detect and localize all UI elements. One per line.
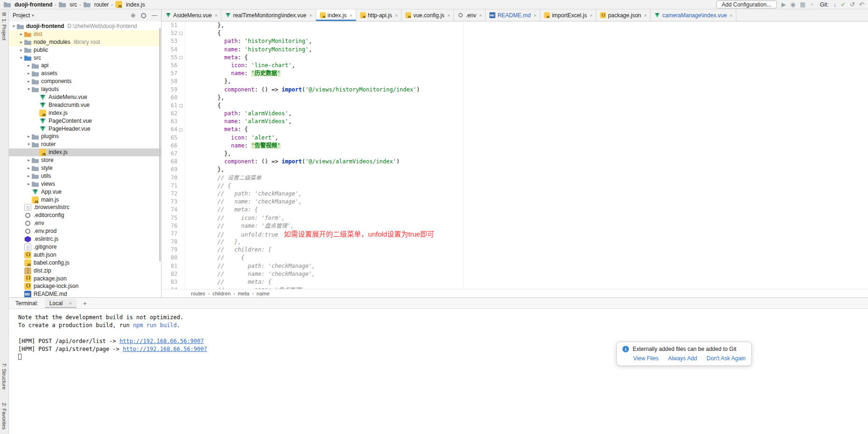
run-icon[interactable]: ▶ <box>782 1 786 7</box>
tab-importexcel-js[interactable]: importExcel.js× <box>540 9 596 21</box>
vcs-history-icon[interactable]: ↺ <box>850 1 855 7</box>
chevron-right-icon[interactable]: ▸ <box>26 133 32 140</box>
fold-marker-icon[interactable] <box>179 32 183 35</box>
code-line[interactable]: 81 // path: 'checkManage', <box>162 262 868 270</box>
tree-item-assets[interactable]: ▸assets <box>9 70 161 77</box>
breadcrumb-item-duoji-frontend[interactable]: duoji-frontend <box>4 1 52 8</box>
gutter-fold-column[interactable] <box>177 77 185 85</box>
fold-marker-icon[interactable] <box>179 128 183 132</box>
chevron-right-icon[interactable]: ▸ <box>26 62 32 70</box>
gutter-fold-column[interactable] <box>177 222 185 230</box>
chevron-down-icon[interactable]: ▾ <box>11 22 17 30</box>
tree-item-main-js[interactable]: main.js <box>9 196 161 204</box>
editor-breadcrumb-item-meta[interactable]: meta <box>238 291 249 296</box>
tree-item-store[interactable]: ▸store <box>9 156 161 164</box>
code-line[interactable]: 78 // }, <box>162 238 868 246</box>
gutter-fold-column[interactable] <box>177 46 185 54</box>
chevron-right-icon[interactable]: ▸ <box>26 172 32 180</box>
code-line[interactable]: 67 }, <box>162 150 868 158</box>
gutter-fold-column[interactable] <box>177 206 185 214</box>
gutter-fold-column[interactable] <box>177 166 185 174</box>
dont-ask-again-link[interactable]: Don't Ask Again <box>706 355 746 362</box>
code-line[interactable]: 56 icon: 'line-chart', <box>162 62 868 70</box>
tool-button-project[interactable]: 1: Project <box>1 19 7 40</box>
terminal-output[interactable]: Note that the development build is not o… <box>9 309 868 434</box>
terminal-tab-local[interactable]: Local × <box>45 299 77 308</box>
tree-item-breadcrumb-vue[interactable]: Breadcrumb.vue <box>9 101 161 109</box>
gutter-fold-column[interactable] <box>177 29 185 37</box>
chevron-right-icon[interactable]: ▸ <box>26 180 32 188</box>
tree-item-index-js[interactable]: index.js <box>9 148 161 156</box>
tab-cameramanage-index-vue[interactable]: cameraManage\index.vue× <box>650 9 736 21</box>
code-line[interactable]: 72 // path: 'checkManage', <box>162 190 868 198</box>
tab-asidemenu-vue[interactable]: AsideMenu.vue× <box>162 9 221 21</box>
gutter-fold-column[interactable] <box>177 158 185 166</box>
close-icon[interactable]: × <box>69 301 71 306</box>
code-line[interactable]: 51 }, <box>162 21 868 29</box>
code-line[interactable]: 76 // name: '盘点管理', <box>162 222 868 230</box>
tree-item-env-prod[interactable]: .env.prod <box>9 227 161 235</box>
code-line[interactable]: 52 { <box>162 29 868 37</box>
code-line[interactable]: 75 // icon: 'form', <box>162 214 868 222</box>
gutter-fold-column[interactable] <box>177 142 185 150</box>
coverage-icon[interactable]: ▦ <box>800 1 805 7</box>
tool-button-structure[interactable]: 7: Structure <box>1 363 7 390</box>
tree-item-api[interactable]: ▸api <box>9 62 161 70</box>
always-add-link[interactable]: Always Add <box>668 355 697 362</box>
tree-item-eslintrc-js[interactable]: .eslintrc.js <box>9 235 161 243</box>
chevron-down-icon[interactable]: ▾ <box>26 140 32 148</box>
new-terminal-button[interactable]: + <box>83 300 87 307</box>
gutter-fold-column[interactable] <box>177 62 185 70</box>
close-tab-icon[interactable]: × <box>590 13 593 18</box>
code-line[interactable]: 63 name: 'alarmVideos', <box>162 118 868 126</box>
profiler-icon[interactable]: ◔ <box>810 1 813 7</box>
tree-item-components[interactable]: ▸components <box>9 77 161 85</box>
tree-item-app-vue[interactable]: App.vue <box>9 188 161 196</box>
chevron-right-icon[interactable]: ▸ <box>18 38 24 46</box>
tree-item-browserslistrc[interactable]: .browserslistrc <box>9 203 161 211</box>
tab-realtimemonitoring-index-vue[interactable]: realTimeMonitoring\index.vue× <box>221 9 316 21</box>
tree-item-gitignore[interactable]: .gitignore <box>9 243 161 251</box>
locate-file-icon[interactable]: ⊕ <box>131 12 135 19</box>
code-line[interactable]: 79 // children: [ <box>162 246 868 254</box>
close-tab-icon[interactable]: × <box>447 13 450 18</box>
code-line[interactable]: 66 name: '告警视频' <box>162 142 868 150</box>
settings-icon[interactable] <box>141 13 146 18</box>
tab-vue-config-js[interactable]: vue.config.js× <box>402 9 454 21</box>
breadcrumb-item-index-js[interactable]: index.js <box>115 1 145 8</box>
chevron-right-icon[interactable]: ▸ <box>26 164 32 172</box>
tree-item-plugins[interactable]: ▸plugins <box>9 133 161 140</box>
code-line[interactable]: 64 meta: { <box>162 126 868 133</box>
code-line[interactable]: 59 component: () => import('@/views/hist… <box>162 86 868 94</box>
code-line[interactable]: 54 name: 'historyMonitoring', <box>162 46 868 54</box>
tree-item-style[interactable]: ▸style <box>9 164 161 172</box>
editor-breadcrumb-item-children[interactable]: children <box>212 291 231 296</box>
code-line[interactable]: 57 name: '历史数据' <box>162 70 868 77</box>
tree-item-asidemenu-vue[interactable]: AsideMenu.vue <box>9 93 161 101</box>
gutter-fold-column[interactable] <box>177 174 185 182</box>
gutter-fold-column[interactable] <box>177 278 185 286</box>
code-line[interactable]: 62 path: 'alarmVideos', <box>162 110 868 118</box>
gutter-fold-column[interactable] <box>177 150 185 158</box>
breadcrumb-item-router[interactable]: router <box>84 1 109 8</box>
close-tab-icon[interactable]: × <box>215 13 218 18</box>
gutter-fold-column[interactable] <box>177 190 185 198</box>
chevron-right-icon[interactable]: ▸ <box>18 30 24 38</box>
chevron-right-icon[interactable]: ▸ <box>26 70 32 77</box>
gutter-fold-column[interactable] <box>177 70 185 77</box>
tab-package-json[interactable]: package.json× <box>596 9 650 21</box>
code-line[interactable]: 77 // unfold:true 如需设置展开的二级菜单，unfold设置为t… <box>162 230 868 238</box>
close-tab-icon[interactable]: × <box>479 13 482 18</box>
code-line[interactable]: 61 { <box>162 102 868 110</box>
chevron-right-icon[interactable]: ▸ <box>26 156 32 164</box>
tree-item-layouts[interactable]: ▾layouts <box>9 85 161 93</box>
gutter-fold-column[interactable] <box>177 246 185 254</box>
tree-item-public[interactable]: ▸public <box>9 46 161 54</box>
gutter-fold-column[interactable] <box>177 262 185 270</box>
gutter-fold-column[interactable] <box>177 198 185 206</box>
tool-button-favorites[interactable]: 2: Favorites <box>1 403 7 429</box>
terminal-link[interactable]: http://192.168.66.56:9007 <box>120 338 204 344</box>
gutter-fold-column[interactable] <box>177 134 185 142</box>
tree-item-dist[interactable]: ▸dist <box>9 30 161 38</box>
gutter-fold-column[interactable] <box>177 182 185 190</box>
